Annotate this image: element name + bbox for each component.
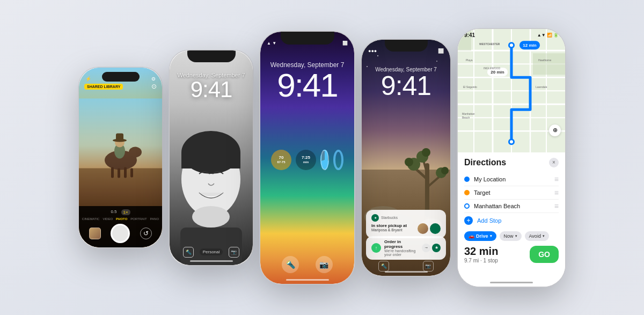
svg-text:Beach: Beach: [462, 116, 470, 119]
widget-temp-range: 67·75: [277, 160, 285, 164]
lockscreen-date-2: Wednesday, September 7 9:41: [170, 72, 253, 101]
svg-text:Lawndale: Lawndale: [536, 85, 547, 89]
lockscreen-date-3: Wednesday, September 7 9:41: [260, 61, 354, 102]
camera-controls: 0.5 1× CINEMATIC VIDEO PHOTO PORTRAIT PA…: [79, 206, 162, 247]
drive-chevron: ▾: [490, 234, 492, 238]
waypoint-dot-1: [464, 177, 470, 182]
zoom-1x[interactable]: 1×: [121, 209, 130, 215]
phones-container: ⚡ 👤 ⊙: [0, 0, 644, 315]
drive-label: Drive: [476, 233, 488, 239]
status-settings-1: ⊙: [151, 76, 156, 82]
notif-pickup: In store pickup at: [371, 223, 407, 228]
order-text: Order in progress We're handcrafting you…: [384, 239, 419, 257]
map-status-time: 9:41: [464, 32, 475, 38]
camera-icon-4[interactable]: 📷: [423, 261, 434, 272]
phone-joshua-tree: ●●● ⬜: [362, 40, 450, 276]
starbucks-notification: ★ Starbucks In store pickup at Mariposa …: [366, 210, 446, 238]
widget-temperature: 70 67·75: [271, 150, 291, 170]
avoid-chevron: ▾: [543, 234, 545, 238]
shared-library-badge: SHARED LIBRARY: [84, 84, 123, 90]
camera-top-bar: SHARED LIBRARY ⊙: [79, 83, 162, 90]
notif-location: Mariposa & Bryant: [371, 228, 407, 232]
notch-2: [187, 50, 236, 62]
svg-text:Hawthorne: Hawthorne: [538, 58, 551, 62]
svg-text:Playa: Playa: [466, 58, 473, 62]
phone4-bottom: 🔦 📷: [362, 261, 450, 272]
widget-alarm: 7:25 min: [296, 150, 316, 170]
shutter-button[interactable]: [111, 224, 130, 243]
waypoint-row-2[interactable]: Target ≡: [464, 186, 559, 200]
go-button[interactable]: GO: [530, 246, 559, 263]
widgets-row: 70 67·75 7:25 min: [260, 150, 354, 170]
widget-ring: [333, 150, 343, 170]
status-time-1: ⚡: [85, 76, 91, 82]
svg-text:El Segundo: El Segundo: [463, 85, 477, 89]
mode-video[interactable]: VIDEO: [103, 217, 113, 221]
home-indicator-5: [490, 282, 533, 283]
zoom-half[interactable]: 0.5: [111, 209, 116, 215]
order-subtitle: We're handcrafting your order: [384, 249, 419, 257]
starbucks-icon: ★: [371, 214, 379, 222]
camera-settings-icon[interactable]: ⊙: [151, 83, 157, 90]
avoid-label: Avoid: [529, 233, 541, 239]
now-option[interactable]: Now ▾: [500, 231, 522, 241]
flashlight-icon-3[interactable]: 🔦: [282, 256, 299, 273]
map-svg: 12 min 20 min Playa Hawthorne El Segundo…: [458, 29, 565, 152]
svg-rect-11: [116, 134, 123, 141]
flashlight-icon-2[interactable]: 🔦: [183, 247, 194, 258]
dynamic-island-1: [102, 72, 140, 82]
mode-cinematic[interactable]: CINEMATIC: [82, 217, 100, 221]
food-icon-2: [430, 223, 441, 234]
ls-time-4: 9:41: [362, 72, 450, 99]
svg-text:INGLEWOOD: INGLEWOOD: [484, 67, 501, 70]
flip-camera-button[interactable]: ↺: [140, 228, 152, 239]
profile-label: Personal: [200, 248, 223, 255]
camera-icon-3[interactable]: 📷: [316, 256, 333, 273]
summary-row: 32 min 9.7 mi · 1 stop GO: [464, 245, 559, 263]
drive-option[interactable]: 🚗 Drive ▾: [464, 231, 496, 241]
svg-rect-59: [533, 53, 565, 75]
map-status-bar: 9:41 ▲▼ 📶 🔋: [464, 32, 559, 38]
mode-photo[interactable]: PHOTO: [116, 217, 127, 221]
waypoint-label-1: My Location: [474, 176, 550, 182]
add-stop-row[interactable]: + Add Stop: [464, 213, 559, 228]
widget-activity-arc: [320, 150, 329, 170]
directions-title: Directions: [464, 158, 506, 167]
camera-icon-2[interactable]: 📷: [229, 247, 239, 258]
order-notification: ↑ Order in progress We're handcrafting y…: [366, 236, 446, 260]
svg-rect-5: [118, 169, 120, 178]
waypoint-label-2: Target: [474, 189, 550, 196]
map-view[interactable]: 9:41 ▲▼ 📶 🔋: [458, 29, 565, 152]
widget-temp-value: 70: [277, 155, 285, 160]
flashlight-icon-4[interactable]: 🔦: [378, 261, 389, 272]
status-wifi-3: ▲ ▼: [267, 41, 276, 46]
photo-thumbnail[interactable]: [89, 228, 101, 239]
status-signal-4: ●●●: [368, 48, 377, 54]
status-battery-4: ⬜: [438, 48, 444, 54]
order-action-1[interactable]: →: [422, 244, 430, 252]
home-indicator-2: [190, 260, 233, 262]
notch-3: [281, 32, 334, 45]
mode-pano[interactable]: PANO: [150, 217, 159, 221]
phone-colorful-lockscreen: ▲ ▼ ⬜ Wednesday, September 7 9:41 70 67·…: [260, 32, 354, 284]
avoid-option[interactable]: Avoid ▾: [525, 231, 549, 241]
svg-rect-15: [181, 152, 240, 169]
options-row: 🚗 Drive ▾ Now ▾ Avoid ▾: [464, 231, 559, 241]
now-chevron: ▾: [515, 234, 517, 238]
svg-rect-4: [111, 167, 114, 178]
phone-camera: ⚡ 👤 ⊙: [79, 68, 162, 247]
waypoint-row-1[interactable]: My Location ≡: [464, 173, 559, 186]
close-button[interactable]: ×: [549, 158, 559, 167]
waypoint-row-3[interactable]: Manhattan Beach ≡: [464, 200, 559, 213]
compass-button[interactable]: ⊕: [549, 124, 561, 136]
svg-text:20 min: 20 min: [491, 70, 504, 75]
status-battery-3: ⬜: [342, 41, 348, 46]
ls-time-3: 9:41: [260, 69, 354, 102]
total-dist: 9.7 mi · 1 stop: [464, 258, 498, 263]
summary-info: 32 min 9.7 mi · 1 stop: [464, 245, 498, 263]
svg-point-3: [129, 147, 142, 158]
svg-point-16: [192, 206, 230, 228]
mode-selector: CINEMATIC VIDEO PHOTO PORTRAIT PANO: [79, 217, 162, 221]
order-action-2[interactable]: ★: [432, 244, 441, 252]
mode-portrait[interactable]: PORTRAIT: [130, 217, 147, 221]
